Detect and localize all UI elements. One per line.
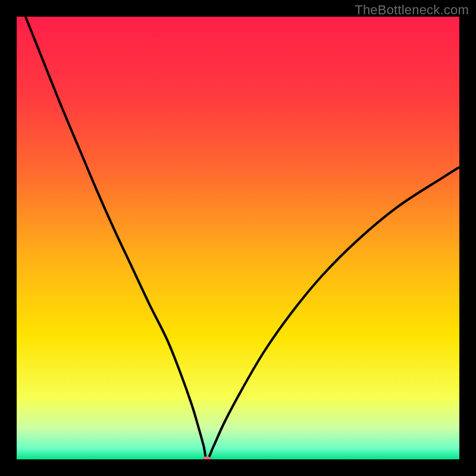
chart-container: TheBottleneck.com xyxy=(0,0,476,476)
plot-area xyxy=(17,17,459,462)
gradient-background xyxy=(17,17,459,459)
chart-svg xyxy=(0,0,476,476)
watermark-text: TheBottleneck.com xyxy=(355,2,469,18)
